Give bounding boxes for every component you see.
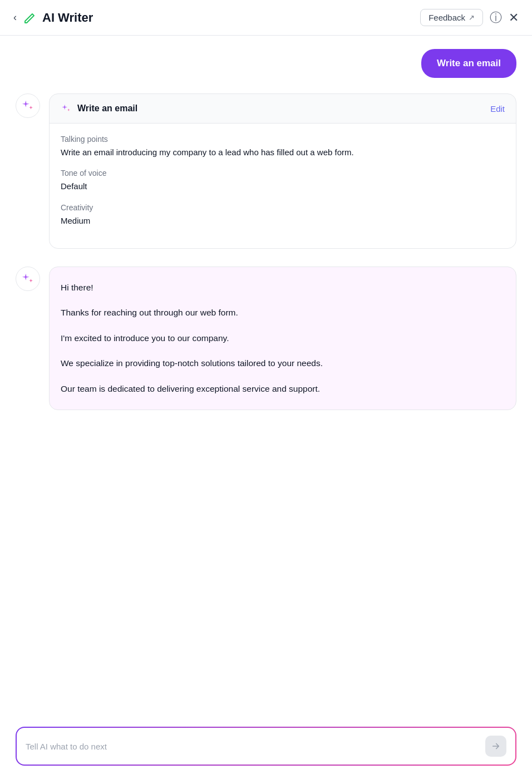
- response-para-4: We specialize in providing top-notch sol…: [61, 356, 505, 371]
- response-para-3: I'm excited to introduce you to our comp…: [61, 331, 505, 346]
- sparkle-response-icon: [21, 272, 35, 286]
- app-header: ‹ AI Writer Feedback ↗ ⓘ ✕: [0, 0, 532, 36]
- back-button[interactable]: ‹: [13, 12, 17, 23]
- close-icon: ✕: [509, 11, 519, 25]
- response-text: Hi there! Thanks for reaching out throug…: [61, 280, 505, 396]
- user-message-text: Write an email: [437, 58, 501, 68]
- creativity-label: Creativity: [61, 203, 505, 212]
- sparkle-title-icon: [61, 103, 72, 114]
- response-para-5: Our team is dedicated to delivering exce…: [61, 382, 505, 396]
- tone-label: Tone of voice: [61, 169, 505, 178]
- external-link-icon: ↗: [469, 13, 475, 22]
- prompt-card-body: Talking points Write an email introducin…: [50, 124, 516, 248]
- main-content: Write an email Write an email Edit: [0, 36, 532, 491]
- prompt-card-header: Write an email Edit: [50, 94, 516, 124]
- input-bar: [16, 727, 516, 766]
- ai-avatar-response: [16, 267, 40, 291]
- page-title: AI Writer: [42, 11, 93, 25]
- edit-button[interactable]: Edit: [490, 104, 505, 114]
- user-message-bubble: Write an email: [421, 49, 516, 78]
- info-button[interactable]: ⓘ: [490, 9, 502, 26]
- talking-points-label: Talking points: [61, 135, 505, 144]
- response-para-1: Hi there!: [61, 280, 505, 295]
- bottom-spacer: [16, 428, 516, 478]
- prompt-card: Write an email Edit Talking points Write…: [49, 93, 516, 249]
- feedback-label: Feedback: [428, 13, 465, 22]
- talking-points-field: Talking points Write an email introducin…: [61, 135, 505, 159]
- talking-points-value: Write an email introducing my company to…: [61, 146, 505, 159]
- header-left: ‹ AI Writer: [13, 11, 93, 25]
- user-message-row: Write an email: [16, 49, 516, 78]
- response-para-2: Thanks for reaching out through our web …: [61, 305, 505, 320]
- tone-value: Default: [61, 180, 505, 193]
- feedback-button[interactable]: Feedback ↗: [420, 9, 483, 26]
- info-icon: ⓘ: [490, 9, 502, 26]
- ai-input-field[interactable]: [26, 742, 481, 751]
- response-card: Hi there! Thanks for reaching out throug…: [49, 267, 516, 410]
- send-icon: [491, 741, 501, 751]
- sparkle-avatar-icon: [21, 98, 35, 113]
- creativity-value: Medium: [61, 214, 505, 227]
- creativity-field: Creativity Medium: [61, 203, 505, 227]
- ai-avatar-prompt: [16, 93, 40, 118]
- input-bar-wrapper: [0, 718, 532, 779]
- response-row: Hi there! Thanks for reaching out throug…: [16, 267, 516, 410]
- prompt-card-row: Write an email Edit Talking points Write…: [16, 93, 516, 249]
- tone-field: Tone of voice Default: [61, 169, 505, 193]
- header-right: Feedback ↗ ⓘ ✕: [420, 9, 519, 26]
- close-button[interactable]: ✕: [509, 11, 519, 25]
- prompt-card-title: Write an email: [61, 103, 137, 114]
- chevron-left-icon: ‹: [13, 12, 17, 23]
- pencil-icon: [23, 12, 36, 24]
- send-button[interactable]: [485, 736, 506, 757]
